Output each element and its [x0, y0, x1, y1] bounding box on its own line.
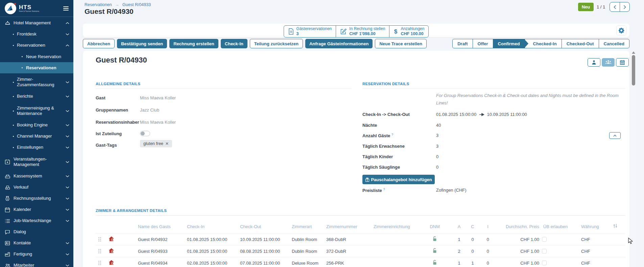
ueb-checkbox[interactable] — [542, 237, 547, 242]
pauschalangebot-button[interactable]: Pauschalangebot hinzufügen — [362, 175, 435, 184]
dnm-unlocked-icon[interactable] — [432, 248, 437, 254]
sidebar-item-mitarbeiter[interactable]: Mitarbeiter — [0, 260, 73, 267]
sidebar-item-job-warteschlange[interactable]: Job-Warteschlange — [0, 215, 73, 226]
chevron-down-icon — [66, 33, 69, 35]
collapse-button[interactable] — [609, 132, 621, 139]
teilung-zuruecksetzen-button[interactable]: Teilung zurücksetzen — [250, 39, 303, 48]
status-confirmed[interactable]: Confirmed — [493, 39, 525, 48]
sidebar-item-verkauf[interactable]: Verkauf — [0, 182, 73, 193]
svg-text:$: $ — [7, 198, 8, 200]
breadcrumb-reservationen[interactable]: Reservationen — [85, 2, 112, 7]
sidebar-item-berichte[interactable]: Berichte — [0, 91, 73, 102]
sidebar-item-einstellungen[interactable]: Einstellungen — [0, 142, 73, 153]
drag-handle[interactable] — [98, 237, 101, 242]
sidebar-item-veranstaltungen[interactable]: Veranstaltungen-Management — [0, 153, 73, 171]
ist-zuteilung-toggle[interactable] — [140, 131, 150, 136]
hts-logo-icon — [5, 3, 16, 14]
table-row[interactable]: Guest R/04932 01.08.2025 15:00:00 10.09.… — [96, 233, 625, 245]
chevron-down-icon — [66, 197, 69, 200]
status-checked-in[interactable]: Checked-In — [525, 39, 562, 48]
column-config-icon[interactable] — [613, 224, 618, 229]
sidebar-item-kalender[interactable]: Kalender — [0, 204, 73, 215]
chevron-up-icon — [66, 22, 69, 24]
reservation-card: Guest R/04930 ALLGEMEINE DETAILS Gast Mi… — [83, 51, 629, 267]
breadcrumb-guest[interactable]: Guest R/04933 — [122, 2, 151, 7]
preisliste-value: Zofingen (CHF) — [436, 188, 467, 193]
sidebar-item-frontdesk[interactable]: Frontdesk — [0, 29, 73, 40]
sidebar-item-zimmerreinigung[interactable]: Zimmerreinigung & Maintenance — [0, 102, 73, 120]
house-status-icon — [109, 260, 114, 266]
sidebar-item-reservationen[interactable]: Reservationen — [0, 40, 73, 51]
cash-register-icon — [4, 173, 10, 179]
anzahlungen-button[interactable]: $ AnzahlungenCHF 100.00 — [389, 26, 428, 37]
gast-tag-chip[interactable]: gluten free✕ — [140, 140, 172, 147]
help-icon[interactable]: ? — [383, 188, 385, 191]
neue-trace-erstellen-button[interactable]: Neue Trace erstellen — [375, 39, 426, 48]
person-view-button[interactable] — [588, 58, 600, 67]
status-offer[interactable]: Offer — [473, 39, 493, 48]
dnm-unlocked-icon[interactable] — [432, 260, 437, 266]
house-status-icon — [109, 248, 114, 254]
sidebar-item-neue-reservation[interactable]: Neue Reservation — [0, 51, 73, 62]
rechnung-erstellen-button[interactable]: Rechnung erstellen — [169, 39, 218, 48]
abbrechen-button[interactable]: Abbrechen — [83, 39, 115, 48]
ueb-checkbox[interactable] — [542, 261, 547, 265]
status-draft[interactable]: Draft — [452, 39, 473, 48]
chevron-down-icon — [66, 161, 69, 163]
drag-handle[interactable] — [98, 261, 101, 265]
hamburger-menu-icon[interactable] — [63, 6, 69, 10]
calendar-event-icon — [4, 159, 10, 165]
scroll-up-arrow[interactable] — [632, 51, 635, 54]
calendar-icon — [4, 207, 10, 213]
chevron-down-icon — [66, 135, 69, 138]
sidebar-item-dialog[interactable]: Dialog — [0, 226, 73, 238]
sidebar-item-channel-manager[interactable]: Channel Manager — [0, 131, 73, 142]
check-in-button[interactable]: Check-In — [221, 39, 247, 48]
calendar-view-button[interactable] — [616, 58, 629, 67]
in-rechnung-stellen-button[interactable]: In Rechnung stellenCHF 1'098.00 — [336, 26, 389, 37]
help-icon[interactable]: ? — [391, 133, 393, 136]
gruppennamen-value[interactable]: Jazz Club — [140, 107, 159, 113]
bestaetigung-senden-button[interactable]: Bestätigung senden — [117, 39, 167, 48]
anfrage-gaesteinformationen-button[interactable]: Anfrage Gästeinformationen — [305, 39, 373, 48]
swiss-cross-badge — [14, 3, 16, 5]
reservation-title: Guest R/04930 — [96, 56, 147, 65]
reservationsinhaber-value[interactable]: Miss Maeva Koller — [140, 120, 176, 125]
settings-gear-button[interactable] — [616, 25, 626, 35]
group-view-button[interactable] — [602, 58, 615, 67]
smart-buttons: Gästereservationen3 In Rechnung stellenC… — [284, 25, 429, 38]
chevron-down-icon — [66, 209, 69, 211]
gaestereservationen-button[interactable]: Gästereservationen3 — [284, 26, 336, 37]
sidebar-item-hotel-management[interactable]: Hotel Management — [0, 18, 73, 29]
arrow-right-icon — [479, 113, 484, 116]
sidebar-item-reservationen-selected[interactable]: Reservationen — [0, 62, 73, 73]
factory-icon — [4, 251, 10, 258]
table-row[interactable]: Guest R/04933 01.08.2025 15:00:00 08.08.… — [96, 245, 625, 257]
sidebar: HTS Hotel & Tourism Solutions Hotel Mana… — [0, 0, 73, 267]
gast-value[interactable]: Miss Maeva Koller — [140, 95, 176, 100]
reservationsinhaber-label: Reservationsinhaber — [96, 120, 139, 125]
remove-tag-icon[interactable]: ✕ — [165, 141, 169, 146]
sidebar-item-fertigung[interactable]: Fertigung — [0, 249, 73, 260]
drag-handle[interactable] — [98, 249, 101, 253]
dnm-unlocked-icon[interactable] — [432, 236, 437, 243]
anzahl-gaeste-label: Anzahl Gäste ? — [362, 133, 393, 138]
sidebar-item-zimmer-zusammenfassung[interactable]: Zimmer-Zusammenfassung — [0, 73, 73, 91]
new-button[interactable]: Neu — [578, 3, 594, 11]
chevron-down-icon — [66, 146, 69, 149]
status-cancelled[interactable]: Cancelled — [599, 39, 629, 48]
breadcrumb: Reservationen → Guest R/04933 — [85, 2, 151, 7]
next-button[interactable] — [620, 2, 629, 11]
table-row[interactable]: Guest R/04934 02.08.2025 15:00:00 07.08.… — [96, 257, 625, 267]
ueb-checkbox[interactable] — [542, 249, 547, 253]
prev-button[interactable] — [610, 2, 620, 11]
scrollbar-thumb[interactable] — [632, 55, 635, 86]
sidebar-item-rechnungsstellung[interactable]: $ Rechnungsstellung — [0, 193, 73, 204]
money-bag-icon: $ — [4, 196, 10, 202]
sidebar-item-kassensystem[interactable]: Kassensystem — [0, 171, 73, 182]
preisliste-label: Preisliste ? — [362, 188, 385, 193]
sidebar-item-booking-engine[interactable]: Booking Engine — [0, 120, 73, 131]
sidebar-item-kontakte[interactable]: Kontakte — [0, 238, 73, 249]
scrollbar[interactable] — [631, 50, 636, 267]
status-checked-out[interactable]: Checked-Out — [562, 39, 599, 48]
